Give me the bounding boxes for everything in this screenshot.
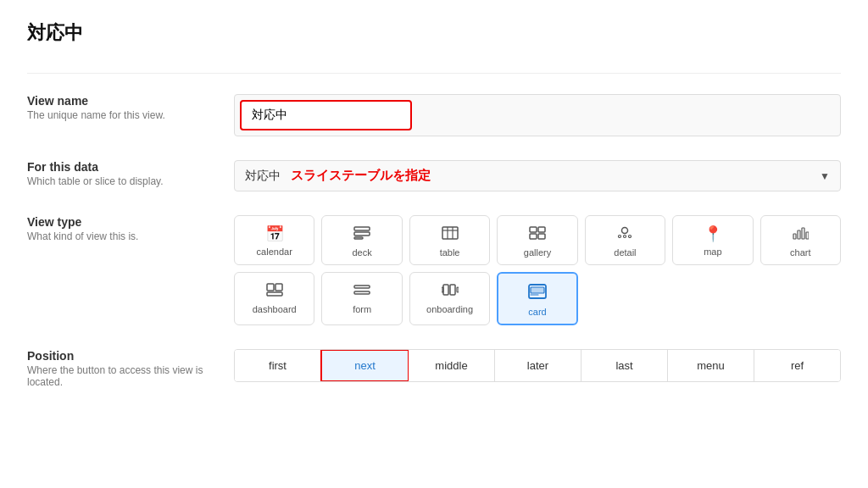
calendar-icon: 📅	[265, 226, 284, 241]
onboarding-icon	[442, 283, 459, 299]
position-control: first next middle later last menu ref	[234, 349, 841, 382]
view-name-wrapper	[234, 94, 841, 136]
view-type-control: 📅 calendar deck	[234, 215, 841, 325]
form-icon	[353, 283, 370, 299]
position-label-col: Position Where the button to access this…	[27, 349, 214, 388]
table-icon	[442, 226, 459, 242]
svg-rect-29	[531, 287, 544, 293]
view-name-label: View name	[27, 94, 214, 108]
view-type-dashboard[interactable]: dashboard	[234, 272, 314, 325]
data-select-value: 対応中	[245, 169, 281, 184]
view-type-empty-1	[585, 272, 665, 325]
view-name-control	[234, 94, 841, 136]
svg-rect-16	[798, 230, 800, 239]
position-first[interactable]: first	[235, 350, 321, 381]
view-type-gallery-label: gallery	[524, 247, 551, 258]
view-type-label-col: View type What kind of view this is.	[27, 215, 214, 242]
position-label: Position	[27, 349, 214, 363]
view-type-calendar[interactable]: 📅 calendar	[234, 215, 314, 265]
svg-rect-15	[793, 234, 796, 239]
view-type-deck-label: deck	[353, 247, 372, 258]
svg-rect-7	[530, 227, 537, 232]
svg-point-14	[629, 236, 632, 238]
view-type-empty-3	[760, 272, 841, 325]
view-name-label-col: View name The unique name for this view.	[27, 94, 214, 121]
position-middle[interactable]: middle	[409, 350, 495, 381]
view-type-label: View type	[27, 215, 214, 229]
for-this-data-row: For this data Which table or slice to di…	[27, 160, 841, 191]
view-type-grid-row2: dashboard form	[234, 272, 841, 325]
data-select-annotation: スライステーブルを指定	[291, 168, 431, 184]
position-last[interactable]: last	[581, 350, 668, 381]
svg-rect-24	[443, 285, 448, 295]
view-type-dashboard-label: dashboard	[253, 304, 297, 314]
data-select-dropdown[interactable]: 対応中 スライステーブルを指定 ▼	[234, 160, 841, 191]
for-this-data-label-col: For this data Which table or slice to di…	[27, 160, 214, 187]
svg-rect-22	[354, 286, 370, 288]
view-type-desc: What kind of view this is.	[27, 230, 214, 242]
svg-rect-9	[530, 234, 537, 239]
view-type-detail-label: detail	[614, 247, 636, 258]
dropdown-arrow-icon: ▼	[820, 170, 830, 182]
svg-rect-8	[538, 227, 545, 232]
deck-icon	[353, 226, 370, 242]
svg-rect-27	[442, 287, 443, 292]
svg-rect-21	[267, 292, 282, 296]
svg-rect-20	[275, 284, 282, 291]
view-type-table[interactable]: table	[409, 215, 490, 265]
view-type-card[interactable]: card	[497, 272, 577, 325]
card-icon	[528, 284, 547, 302]
svg-rect-23	[354, 291, 370, 294]
position-menu[interactable]: menu	[668, 350, 754, 381]
view-name-input[interactable]	[240, 100, 412, 130]
svg-rect-26	[457, 287, 459, 292]
svg-point-13	[624, 236, 626, 238]
view-name-row: View name The unique name for this view.	[27, 94, 841, 136]
view-type-chart-label: chart	[790, 247, 810, 258]
view-type-table-label: table	[440, 247, 460, 258]
position-next[interactable]: next	[320, 349, 409, 382]
view-type-row: View type What kind of view this is. 📅 c…	[27, 215, 841, 325]
svg-rect-1	[354, 232, 370, 236]
view-type-form[interactable]: form	[321, 272, 402, 325]
svg-rect-0	[354, 227, 370, 230]
svg-rect-19	[267, 284, 274, 291]
view-name-desc: The unique name for this view.	[27, 109, 214, 121]
view-type-form-label: form	[353, 304, 371, 314]
view-type-calendar-label: calendar	[257, 247, 292, 257]
view-type-grid-row1: 📅 calendar deck	[234, 215, 841, 265]
view-type-card-label: card	[528, 307, 546, 317]
view-type-empty-2	[672, 272, 753, 325]
page-title: 対応中	[27, 20, 841, 46]
detail-icon	[616, 226, 633, 242]
for-this-data-control: 対応中 スライステーブルを指定 ▼	[234, 160, 841, 191]
svg-rect-2	[354, 237, 363, 239]
divider	[27, 73, 841, 74]
view-type-chart[interactable]: chart	[760, 215, 841, 265]
svg-point-11	[622, 228, 628, 234]
svg-rect-17	[802, 228, 804, 239]
position-buttons: first next middle later last menu ref	[234, 349, 841, 382]
position-ref[interactable]: ref	[754, 350, 840, 381]
view-type-deck[interactable]: deck	[321, 215, 402, 265]
view-type-detail[interactable]: detail	[585, 215, 665, 265]
view-type-map[interactable]: 📍 map	[672, 215, 753, 265]
position-later[interactable]: later	[495, 350, 581, 381]
view-type-onboarding-label: onboarding	[426, 304, 473, 314]
chart-icon	[792, 226, 809, 242]
view-type-onboarding[interactable]: onboarding	[409, 272, 490, 325]
map-icon: 📍	[704, 226, 722, 241]
position-row: Position Where the button to access this…	[27, 349, 841, 388]
for-this-data-desc: Which table or slice to display.	[27, 175, 214, 187]
svg-point-12	[619, 236, 621, 238]
dashboard-icon	[266, 283, 283, 299]
gallery-icon	[529, 226, 546, 242]
svg-rect-3	[442, 227, 458, 239]
view-type-map-label: map	[704, 247, 721, 257]
svg-rect-10	[538, 234, 545, 239]
position-desc: Where the button to access this view is …	[27, 364, 214, 388]
view-type-gallery[interactable]: gallery	[497, 215, 577, 265]
svg-rect-18	[806, 232, 809, 239]
for-this-data-label: For this data	[27, 160, 214, 174]
svg-rect-25	[450, 285, 455, 295]
